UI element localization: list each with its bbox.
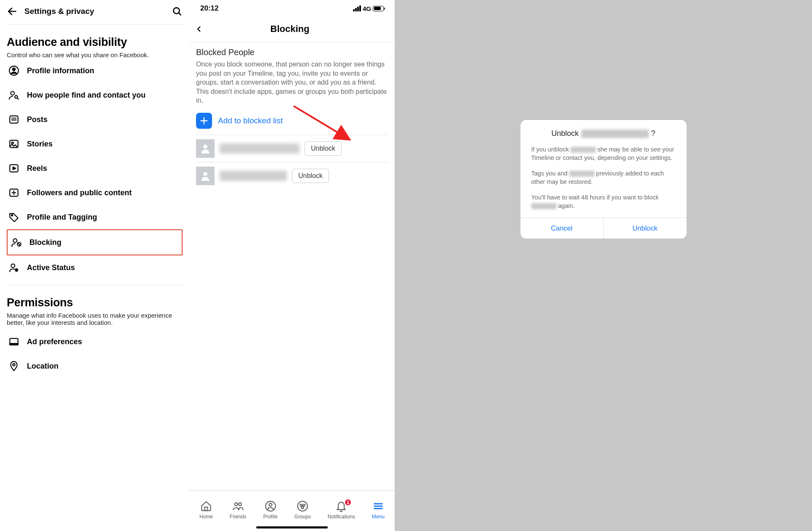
blocked-row: Unblock — [196, 135, 388, 162]
blocked-people-title: Blocked People — [196, 48, 388, 57]
divider — [7, 285, 183, 285]
unblock-button[interactable]: Unblock — [305, 141, 342, 156]
bottom-nav: Home Friends Profile Groups 1 Notificati… — [189, 496, 395, 522]
nav-menu[interactable]: Menu — [372, 500, 385, 520]
back-arrow-icon[interactable] — [7, 6, 18, 17]
svg-point-22 — [11, 264, 15, 268]
svg-point-40 — [303, 504, 305, 506]
nav-friends[interactable]: Friends — [230, 500, 247, 520]
dialog-paragraph-2: Tags you and previously added to each ot… — [531, 170, 676, 186]
svg-point-5 — [11, 91, 14, 95]
unblock-button[interactable]: Unblock — [292, 169, 329, 183]
item-followers[interactable]: Followers and public content — [7, 181, 183, 205]
nav-groups[interactable]: Groups — [295, 500, 311, 520]
audience-section-sub: Control who can see what you share on Fa… — [7, 51, 183, 58]
blocked-name-redacted — [220, 143, 300, 154]
svg-point-34 — [235, 503, 238, 506]
svg-point-23 — [16, 269, 18, 271]
person-search-icon — [8, 90, 19, 101]
redacted-name — [581, 130, 649, 138]
plus-icon — [196, 113, 212, 129]
item-stories[interactable]: Stories — [7, 132, 183, 156]
home-icon — [200, 500, 212, 512]
home-indicator — [256, 526, 328, 528]
svg-point-39 — [300, 504, 302, 506]
add-blocked-label: Add to blocked list — [218, 116, 283, 125]
location-icon — [8, 361, 19, 372]
svg-marker-14 — [13, 167, 16, 170]
signal-icon — [353, 5, 361, 11]
redacted-name — [531, 203, 557, 209]
svg-point-18 — [11, 215, 13, 216]
settings-panel: Settings & privacy Audience and visibili… — [0, 0, 189, 531]
blocked-list: Unblock Unblock — [196, 135, 388, 189]
item-blocking[interactable]: Blocking — [7, 229, 183, 255]
item-posts[interactable]: Posts — [7, 107, 183, 132]
svg-point-19 — [13, 239, 17, 242]
status-right: 4G — [353, 5, 384, 12]
item-active-status[interactable]: Active Status — [7, 255, 183, 280]
blocked-row: Unblock — [196, 162, 388, 189]
nav-home[interactable]: Home — [199, 500, 213, 520]
svg-point-4 — [13, 68, 16, 71]
permissions-section-title: Permissions — [7, 296, 183, 309]
unblock-dialog: Unblock ? If you unblock she may be able… — [520, 120, 687, 239]
item-how-people-find[interactable]: How people find and contact you — [7, 83, 183, 107]
back-chevron-icon[interactable] — [195, 24, 203, 35]
active-status-icon — [8, 262, 19, 273]
dialog-paragraph-3: You'll have to wait 48 hours if you want… — [531, 194, 676, 210]
posts-icon — [8, 114, 19, 125]
friends-icon — [232, 500, 244, 512]
item-ad-preferences[interactable]: Ad preferences — [7, 329, 183, 354]
blocked-people-desc: Once you block someone, that person can … — [196, 60, 388, 105]
svg-rect-33 — [204, 507, 207, 510]
blocking-header: Blocking — [189, 13, 395, 42]
svg-point-30 — [203, 172, 207, 176]
svg-line-21 — [18, 243, 21, 246]
hamburger-icon — [372, 500, 384, 512]
svg-rect-25 — [10, 343, 18, 345]
svg-line-7 — [17, 98, 19, 99]
svg-line-2 — [178, 13, 180, 15]
svg-point-38 — [298, 501, 308, 511]
person-block-icon — [11, 237, 22, 248]
stories-icon — [8, 138, 19, 149]
redacted-name — [569, 171, 594, 177]
svg-point-12 — [12, 142, 13, 144]
add-to-blocked-list[interactable]: Add to blocked list — [196, 105, 388, 135]
unblock-confirm-button[interactable]: Unblock — [603, 218, 687, 239]
search-icon[interactable] — [172, 6, 183, 17]
blocked-name-redacted — [220, 171, 287, 181]
settings-header-title: Settings & privacy — [24, 7, 165, 16]
ad-icon — [8, 336, 19, 347]
svg-point-41 — [302, 507, 304, 509]
svg-point-26 — [13, 364, 15, 366]
svg-point-37 — [269, 503, 272, 506]
item-reels[interactable]: Reels — [7, 156, 183, 181]
dialog-actions: Cancel Unblock — [520, 218, 687, 239]
nav-notifications[interactable]: 1 Notifications — [328, 500, 355, 520]
settings-header: Settings & privacy — [7, 4, 183, 25]
status-time: 20:12 — [200, 4, 218, 13]
permissions-section-sub: Manage what info Facebook uses to make y… — [7, 312, 183, 326]
tag-icon — [8, 212, 19, 223]
notification-badge: 1 — [344, 499, 352, 506]
cancel-button[interactable]: Cancel — [520, 218, 603, 239]
profile-icon — [265, 500, 276, 512]
item-profile-tagging[interactable]: Profile and Tagging — [7, 205, 183, 229]
item-location[interactable]: Location — [7, 354, 183, 378]
nav-profile[interactable]: Profile — [263, 500, 278, 520]
blocking-title: Blocking — [203, 24, 377, 35]
torn-edge — [189, 490, 395, 496]
item-profile-information[interactable]: Profile information — [7, 58, 183, 83]
avatar-placeholder-icon — [196, 167, 215, 185]
dialog-title: Unblock ? — [531, 129, 676, 138]
battery-icon — [373, 6, 384, 11]
person-circle-icon — [8, 65, 19, 76]
svg-point-29 — [203, 145, 207, 149]
redacted-name — [571, 147, 596, 153]
svg-point-35 — [239, 503, 241, 506]
audience-section-title: Audience and visibility — [7, 36, 183, 49]
followers-icon — [8, 187, 19, 198]
dialog-paragraph-1: If you unblock she may be able to see yo… — [531, 146, 676, 162]
